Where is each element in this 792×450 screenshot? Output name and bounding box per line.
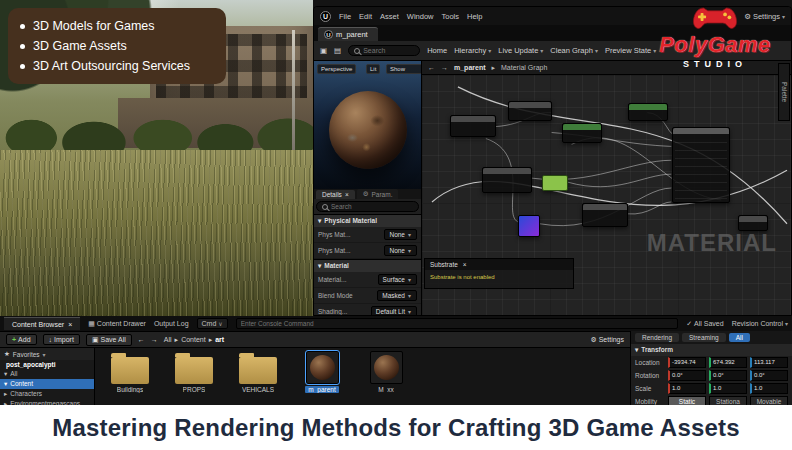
console-command-input[interactable] [236,318,678,329]
bullet-item: 3D Game Assets [20,36,214,56]
tab-streaming[interactable]: Streaming [682,333,726,342]
hierarchy-button[interactable]: Hierarchy▾ [454,46,491,55]
chevron-down-icon: ▾ [408,247,411,254]
breadcrumb-art[interactable]: art [215,336,224,343]
blend-mode-dropdown[interactable]: Masked▾ [377,290,417,301]
graph-canvas[interactable]: MATERIAL Substrate × Substrate is not en… [422,75,791,315]
transform-section-header[interactable]: ▾ Transform [631,344,792,356]
asset-folder-props[interactable]: PROPS [167,351,221,402]
phys-mat-dropdown[interactable]: None▾ [384,245,417,256]
menu-edit[interactable]: Edit [359,12,372,21]
tab-m-parent[interactable]: U m_parent [318,27,378,41]
mobility-movable-button[interactable]: Movable [750,396,788,405]
live-update-button[interactable]: Live Update▾ [498,46,543,55]
menu-window[interactable]: Window [407,12,434,21]
location-x-field[interactable]: -3934.74 [668,357,706,368]
content-browser-sidebar: ★ Favorites ▾ post_apocalypti ▾ All ▾ Co… [0,348,95,405]
forward-icon[interactable]: → [441,64,448,71]
browse-button[interactable]: ▤ [334,46,341,55]
palette-tab[interactable]: Palette [778,63,790,121]
close-icon[interactable]: × [345,191,349,198]
scale-z-field[interactable]: 1.0 [750,383,788,394]
scale-x-field[interactable]: 1.0 [668,383,706,394]
clean-graph-button[interactable]: Clean Graph▾ [550,46,598,55]
close-icon[interactable]: × [68,321,72,328]
add-button[interactable]: + Add [6,334,37,345]
graph-node[interactable] [582,203,628,227]
title-banner: Mastering Rendering Methods for Crafting… [0,405,792,450]
show-button[interactable]: Show [386,64,421,74]
section-physical-material[interactable]: ▾ Physical Material [314,214,421,227]
breadcrumb-all[interactable]: All [164,336,172,343]
rotation-x-field[interactable]: 0.0° [668,370,706,381]
menu-asset[interactable]: Asset [380,12,399,21]
tree-item-content[interactable]: ▾ Content [0,379,94,389]
rotation-row: Rotation 0.0° 0.0° 0.0° [631,369,792,382]
menu-help[interactable]: Help [467,12,482,21]
section-material[interactable]: ▾ Material [314,259,421,272]
asset-m-xx[interactable]: M_xx [359,351,413,402]
tab-details[interactable]: Details × [316,190,355,199]
tab-all[interactable]: All [729,333,750,342]
graph-node[interactable] [482,167,532,193]
save-button[interactable]: ▣ [320,46,327,55]
graph-node[interactable] [562,123,602,143]
back-icon[interactable]: ← [428,64,435,71]
material-domain-dropdown[interactable]: Surface▾ [378,274,417,285]
menu-file[interactable]: File [339,12,351,21]
material-left-column: Perspective Lit Show Details × ⚙ Param. [314,61,422,315]
material-thumbnail [370,351,403,384]
graph-node-texture[interactable] [518,215,540,237]
tree-item-characters[interactable]: ▸ Characters [0,389,94,399]
save-all-button[interactable]: ▣ Save All [86,334,132,346]
tab-rendering[interactable]: Rendering [635,333,679,342]
shading-model-dropdown[interactable]: Default Lit▾ [371,306,417,315]
forward-icon[interactable]: → [151,336,158,343]
mobility-static-button[interactable]: Static [668,396,706,405]
mobility-stationary-button[interactable]: Stationa [709,396,747,405]
favorite-item[interactable]: post_apocalypti [0,360,94,369]
asset-folder-buildings[interactable]: Buildings [103,351,157,402]
screenshot-root: U File Edit Asset Window Tools Help ⚙ Se… [0,0,792,450]
breadcrumb-content[interactable]: Content [181,336,206,343]
graph-node[interactable] [450,115,496,137]
favorites-header[interactable]: ★ Favorites ▾ [0,348,94,360]
content-drawer-button[interactable]: ▦ Content Drawer [88,320,146,328]
asset-m-parent[interactable]: m_parent [295,351,349,402]
polygame-logo: PolyGame STUDIO [640,0,790,69]
substrate-tab[interactable]: Substrate × [425,259,573,270]
location-z-field[interactable]: 113.117 [750,357,788,368]
light-pole [292,30,295,150]
location-y-field[interactable]: 674.392 [709,357,747,368]
graph-breadcrumb-root[interactable]: m_parent [454,64,486,71]
tree-item-all[interactable]: ▾ All [0,369,94,379]
chevron-down-icon: ▾ [635,346,638,354]
close-icon[interactable]: × [463,261,467,268]
back-icon[interactable]: ← [138,336,145,343]
material-preview-viewport[interactable]: Perspective Lit Show [314,61,421,189]
menu-tools[interactable]: Tools [441,12,459,21]
home-button[interactable]: Home [427,46,447,55]
content-settings-button[interactable]: ⚙ Settings [590,336,624,344]
details-search[interactable]: Search [316,201,419,212]
perspective-button[interactable]: Perspective [317,64,356,74]
toolbar-search[interactable] [348,45,420,56]
rotation-y-field[interactable]: 0.0° [709,370,747,381]
tab-parameters[interactable]: ⚙ Param. [357,189,399,199]
graph-node[interactable] [628,103,668,121]
rotation-z-field[interactable]: 0.0° [750,370,788,381]
output-log-button[interactable]: Output Log [154,320,189,327]
revision-control-button[interactable]: Revision Control ▾ [732,320,788,327]
lit-button[interactable]: Lit [366,64,380,74]
graph-node[interactable] [508,101,552,121]
graph-node-constant[interactable] [542,175,568,191]
import-button[interactable]: ↓ Import [43,334,80,345]
cmd-dropdown[interactable]: Cmd ∨ [197,318,228,329]
asset-folder-vehicals[interactable]: VEHICALS [231,351,285,402]
phys-mat-dropdown[interactable]: None▾ [384,229,417,240]
graph-node-result[interactable] [672,127,730,203]
scale-y-field[interactable]: 1.0 [709,383,747,394]
content-browser-tab[interactable]: Content Browser × [4,317,80,330]
toolbar-search-input[interactable] [363,47,414,54]
bottom-command-bar: Content Browser × ▦ Content Drawer Outpu… [0,316,792,331]
